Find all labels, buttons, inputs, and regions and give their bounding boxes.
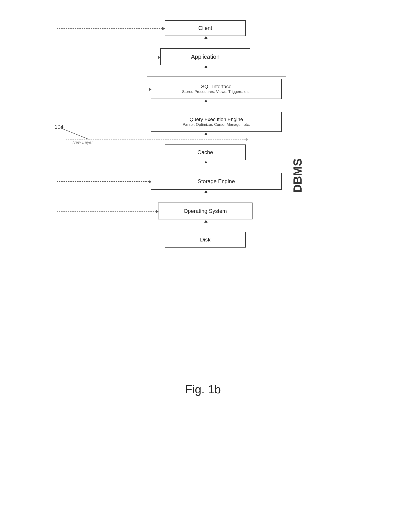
dbms-label: DBMS xyxy=(291,97,304,254)
arrow-up-icon xyxy=(204,220,208,223)
arrow-up-icon xyxy=(204,100,208,102)
disk-box: Disk xyxy=(165,232,246,248)
arrow-line xyxy=(206,135,206,144)
arrow-up-icon xyxy=(204,161,208,163)
dashed-line-storage xyxy=(57,181,151,182)
query-engine-box: Query Execution Engine Parser, Optimizer… xyxy=(151,112,282,132)
storage-engine-box: Storage Engine xyxy=(151,173,282,190)
diagram-inner: DBMS Client Application SQL Interface xyxy=(102,14,304,396)
sql-interface-box: SQL Interface Stored Procedures, Views, … xyxy=(151,79,282,99)
arrow-line xyxy=(206,163,206,173)
dashed-line-sql xyxy=(57,89,151,89)
ref-line xyxy=(54,128,100,142)
arrow-line xyxy=(206,102,206,112)
storage-engine-label: Storage Engine xyxy=(198,178,235,185)
client-label: Client xyxy=(198,25,212,31)
svg-line-0 xyxy=(61,128,88,139)
sql-interface-label: SQL Interface xyxy=(201,84,232,90)
arrow-up-icon xyxy=(204,190,208,193)
arrow-up-icon xyxy=(204,65,208,68)
os-label: Operating System xyxy=(184,208,227,214)
query-engine-label: Query Execution Engine xyxy=(189,117,243,122)
client-box: Client xyxy=(165,20,246,36)
cache-label: Cache xyxy=(197,149,213,156)
arrow-up-icon xyxy=(204,132,208,135)
dashed-line-os xyxy=(57,211,159,212)
dashed-line-client xyxy=(57,28,165,29)
diagram-container: DBMS Client Application SQL Interface xyxy=(0,0,406,428)
cache-box: Cache xyxy=(165,144,246,160)
arrow-up-icon xyxy=(204,36,208,39)
arrow-line xyxy=(206,68,206,79)
application-box: Application xyxy=(160,48,250,65)
dashed-line-application xyxy=(57,57,160,58)
sql-sub-label: Stored Procedures, Views, Triggers, etc. xyxy=(182,90,250,94)
os-box: Operating System xyxy=(158,202,253,219)
disk-label: Disk xyxy=(200,237,211,243)
application-label: Application xyxy=(191,53,219,60)
query-sub-label: Parser, Optimizer, Cursor Manager, etc. xyxy=(183,122,250,127)
